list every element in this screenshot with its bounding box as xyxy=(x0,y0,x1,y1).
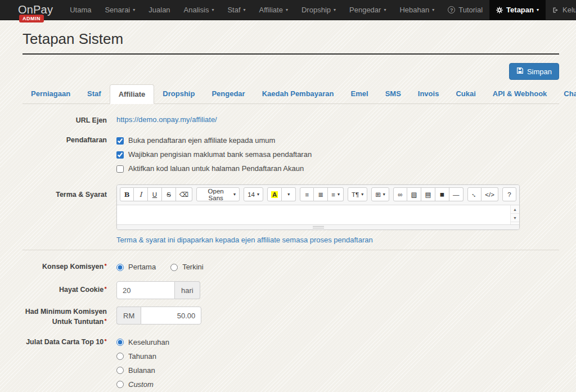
paragraph-style-dropdown[interactable]: T¶▾ xyxy=(348,187,367,201)
insert-video-button[interactable]: ◼ xyxy=(435,187,449,201)
main-menu: Utama Senarai▾ Jualan Analisis▾ Staf▾ Af… xyxy=(63,0,441,20)
table-icon: ⊞ xyxy=(375,191,381,199)
picture-icon: ▨ xyxy=(411,191,417,199)
chevron-down-icon: ▾ xyxy=(257,192,259,197)
editor-resize-bar[interactable] xyxy=(117,224,519,229)
unordered-list-button[interactable]: ≡ xyxy=(300,187,314,201)
bold-button[interactable]: B xyxy=(120,187,134,201)
radio-input[interactable] xyxy=(170,264,178,271)
radio-pertama[interactable]: Pertama xyxy=(116,260,156,274)
terma-syarat-help: Terma & syarat ini dipaparkan kepada eje… xyxy=(116,236,520,244)
tab-api-webhook[interactable]: API & Webhook xyxy=(484,84,556,104)
font-color-button[interactable]: A xyxy=(267,187,282,201)
nav-item-pengedar[interactable]: Pengedar▾ xyxy=(343,0,393,20)
table-dropdown[interactable]: ⊞▾ xyxy=(371,187,389,201)
chevron-down-icon: ▾ xyxy=(286,7,288,12)
radio-custom[interactable]: Custom xyxy=(116,378,520,391)
julat-data-label: Julat Data Carta Top 10● xyxy=(22,336,107,392)
tab-invois[interactable]: Invois xyxy=(410,84,448,104)
page-title: Tetapan Sistem xyxy=(22,27,559,55)
insert-picture-button[interactable]: ▨ xyxy=(407,187,421,201)
checkbox-input[interactable] xyxy=(116,137,124,145)
resize-grip-icon xyxy=(313,226,324,228)
strikethrough-button[interactable]: S xyxy=(162,187,176,201)
chevron-down-icon: ▾ xyxy=(383,192,385,197)
checkbox-buka-pendaftaran[interactable]: Buka pendaftaran ejen affiliate kepada u… xyxy=(116,134,520,147)
nav-item-hebahan[interactable]: Hebahan▾ xyxy=(393,0,441,20)
radio-input[interactable] xyxy=(116,381,124,388)
row-julat-data: Julat Data Carta Top 10● Keseluruhan Tah… xyxy=(22,336,559,392)
italic-button[interactable]: I xyxy=(134,187,148,201)
font-color-dropdown[interactable]: ▾ xyxy=(282,187,296,201)
tab-pengedar[interactable]: Pengedar xyxy=(203,84,253,104)
checkbox-wajib-bank[interactable]: Wajibkan pengisian maklumat bank semasa … xyxy=(116,148,520,161)
nav-item-jualan[interactable]: Jualan xyxy=(142,0,177,20)
radio-input[interactable] xyxy=(116,367,124,374)
cookie-lifetime-input[interactable] xyxy=(116,281,175,299)
checkbox-kod-laluan[interactable]: Aktifkan kod laluan untuk halaman Pendaf… xyxy=(116,162,520,175)
tab-affiliate[interactable]: Affiliate xyxy=(110,84,155,104)
tab-sms[interactable]: SMS xyxy=(377,84,410,104)
nav-item-utama[interactable]: Utama xyxy=(63,0,98,20)
row-terma-syarat: Terma & Syarat B I U S ⌫ Open Sans▾ xyxy=(22,184,559,244)
tab-cukai[interactable]: Cukai xyxy=(447,84,484,104)
nav-item-tetapan[interactable]: Tetapan ▾ xyxy=(489,0,546,20)
checkbox-input[interactable] xyxy=(116,165,124,173)
tab-dropship[interactable]: Dropship xyxy=(154,84,203,104)
nav-item-senarai[interactable]: Senarai▾ xyxy=(98,0,142,20)
tab-kaedah-pembayaran[interactable]: Kaedah Pembayaran xyxy=(254,84,343,104)
checkbox-input[interactable] xyxy=(116,151,124,159)
ordered-list-button[interactable]: ≣ xyxy=(314,187,328,201)
chevron-down-icon: ▾ xyxy=(338,192,340,197)
radio-input[interactable] xyxy=(116,339,124,346)
nav-item-affiliate[interactable]: Affiliate▾ xyxy=(253,0,295,20)
insert-document-button[interactable]: ▤ xyxy=(421,187,435,201)
editor-textarea[interactable] xyxy=(117,205,510,224)
radio-tahunan[interactable]: Tahunan xyxy=(116,350,520,363)
font-size-dropdown[interactable]: 14▾ xyxy=(244,187,263,201)
radio-input[interactable] xyxy=(116,264,124,271)
tab-staf[interactable]: Staf xyxy=(79,84,110,104)
horizontal-rule-button[interactable]: — xyxy=(449,187,464,201)
font-family-dropdown[interactable]: Open Sans▾ xyxy=(196,187,240,201)
radio-input[interactable] xyxy=(116,353,124,360)
minimum-commission-input[interactable] xyxy=(141,307,201,325)
nav-item-staf[interactable]: Staf▾ xyxy=(220,0,252,20)
tab-chat[interactable]: Chat xyxy=(555,84,576,104)
affiliate-settings-form: URL Ejen https://demo.onpay.my/affiliate… xyxy=(22,115,559,392)
nav-item-keluar[interactable]: Keluar xyxy=(546,0,576,20)
scroll-down-icon[interactable]: ▼ xyxy=(511,214,519,222)
link-icon: ∞ xyxy=(398,191,402,198)
hayat-cookie-label: Hayat Cookie● xyxy=(22,281,107,299)
nav-item-dropship[interactable]: Dropship▾ xyxy=(295,0,343,20)
row-pendaftaran: Pendaftaran Buka pendaftaran ejen affili… xyxy=(22,134,559,176)
radio-terkini[interactable]: Terkini xyxy=(170,260,204,274)
radio-keseluruhan[interactable]: Keseluruhan xyxy=(116,336,520,349)
codeview-button[interactable]: </> xyxy=(482,187,498,201)
paragraph-align-dropdown[interactable]: ≡▾ xyxy=(328,187,344,201)
fullscreen-button[interactable]: ↔ xyxy=(467,187,482,201)
nav-item-analisis[interactable]: Analisis▾ xyxy=(177,0,221,20)
video-icon: ◼ xyxy=(440,191,444,197)
editor-body: ▲ ▼ xyxy=(117,205,519,224)
eraser-icon: ⌫ xyxy=(179,191,188,199)
actions-row: Simpan xyxy=(22,63,559,80)
tab-emel[interactable]: Emel xyxy=(343,84,377,104)
clear-format-button[interactable]: ⌫ xyxy=(176,187,192,201)
brand-container: OnPay ADMIN xyxy=(0,0,63,20)
agent-url-link[interactable]: https://demo.onpay.my/affiliate/ xyxy=(116,115,217,124)
hr-icon: — xyxy=(453,191,460,198)
chevron-down-icon: ▾ xyxy=(244,7,246,12)
scroll-up-icon[interactable]: ▲ xyxy=(511,205,519,214)
row-url-ejen: URL Ejen https://demo.onpay.my/affiliate… xyxy=(22,115,559,125)
question-circle-icon: ? xyxy=(448,6,455,13)
insert-link-button[interactable]: ∞ xyxy=(393,187,407,201)
editor-scrollbar[interactable]: ▲ ▼ xyxy=(510,205,519,224)
tab-perniagaan[interactable]: Perniagaan xyxy=(22,84,79,104)
nav-item-tutorial[interactable]: ? Tutorial xyxy=(441,0,489,20)
radio-bulanan[interactable]: Bulanan xyxy=(116,364,520,377)
save-button[interactable]: Simpan xyxy=(509,63,559,80)
underline-button[interactable]: U xyxy=(148,187,162,201)
fullscreen-icon: ↔ xyxy=(470,190,479,199)
help-button[interactable]: ? xyxy=(502,187,516,201)
